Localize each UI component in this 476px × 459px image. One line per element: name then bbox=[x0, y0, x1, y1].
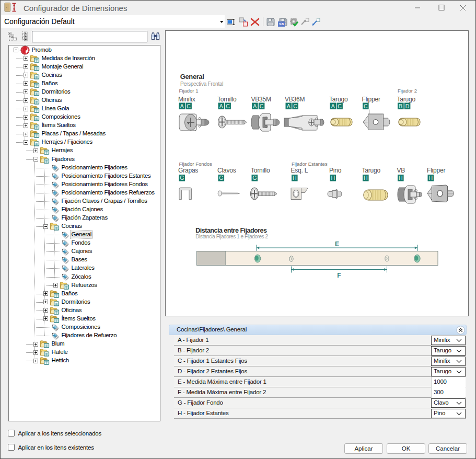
svg-text:Grapas: Grapas bbox=[178, 167, 198, 174]
svg-text:Perspectiva Frontal: Perspectiva Frontal bbox=[180, 81, 223, 87]
svg-text:Flipper: Flipper bbox=[427, 167, 445, 174]
svg-text:B: B bbox=[399, 103, 402, 109]
svg-text:Clavos: Clavos bbox=[217, 167, 236, 174]
svg-text:Tornillo: Tornillo bbox=[251, 167, 270, 174]
svg-text:H: H bbox=[429, 175, 433, 181]
svg-text:C: C bbox=[260, 103, 264, 109]
svg-text:Tarugo: Tarugo bbox=[397, 96, 416, 103]
svg-text:A: A bbox=[253, 103, 257, 109]
svg-text:H: H bbox=[331, 175, 335, 181]
svg-text:C: C bbox=[364, 103, 368, 109]
svg-text:D: D bbox=[405, 103, 410, 109]
svg-text:C: C bbox=[293, 103, 297, 109]
svg-text:C: C bbox=[338, 103, 342, 109]
svg-text:A: A bbox=[219, 103, 223, 109]
svg-text:Flipper: Flipper bbox=[362, 96, 380, 103]
svg-text:Fijador Fondos: Fijador Fondos bbox=[179, 161, 213, 167]
svg-text:Esq. L: Esq. L bbox=[291, 167, 308, 174]
svg-text:A: A bbox=[331, 103, 335, 109]
svg-text:Fijador Estantes: Fijador Estantes bbox=[292, 161, 328, 167]
svg-text:Distancia entre Fijadores: Distancia entre Fijadores bbox=[195, 227, 267, 234]
svg-text:H: H bbox=[364, 175, 368, 181]
svg-text:General: General bbox=[180, 73, 204, 81]
svg-text:C: C bbox=[226, 103, 230, 109]
svg-text:F: F bbox=[337, 272, 341, 279]
svg-text:A: A bbox=[287, 103, 291, 109]
svg-text:Fijador 1: Fijador 1 bbox=[179, 88, 199, 94]
svg-text:A: A bbox=[180, 103, 184, 109]
svg-text:VB36M: VB36M bbox=[285, 96, 305, 103]
svg-text:G: G bbox=[180, 175, 184, 181]
svg-text:Pino: Pino bbox=[329, 167, 342, 174]
svg-text:Minifix: Minifix bbox=[178, 96, 195, 103]
svg-text:Tarugo: Tarugo bbox=[329, 96, 348, 103]
svg-text:Distancia Fijadores 1 e Fijado: Distancia Fijadores 1 e Fijadores 2 bbox=[195, 234, 268, 239]
svg-text:E: E bbox=[335, 240, 339, 248]
svg-text:H: H bbox=[293, 175, 297, 181]
svg-text:G: G bbox=[219, 175, 223, 181]
svg-text:G: G bbox=[252, 175, 257, 181]
svg-text:VB35M: VB35M bbox=[251, 96, 272, 103]
svg-text:Tarugo: Tarugo bbox=[362, 167, 381, 174]
svg-text:Tornillo: Tornillo bbox=[217, 96, 237, 103]
svg-text:C: C bbox=[187, 103, 191, 109]
svg-text:VB: VB bbox=[397, 167, 405, 174]
svg-text:Fijador 2: Fijador 2 bbox=[398, 88, 417, 94]
svg-text:H: H bbox=[399, 175, 403, 181]
